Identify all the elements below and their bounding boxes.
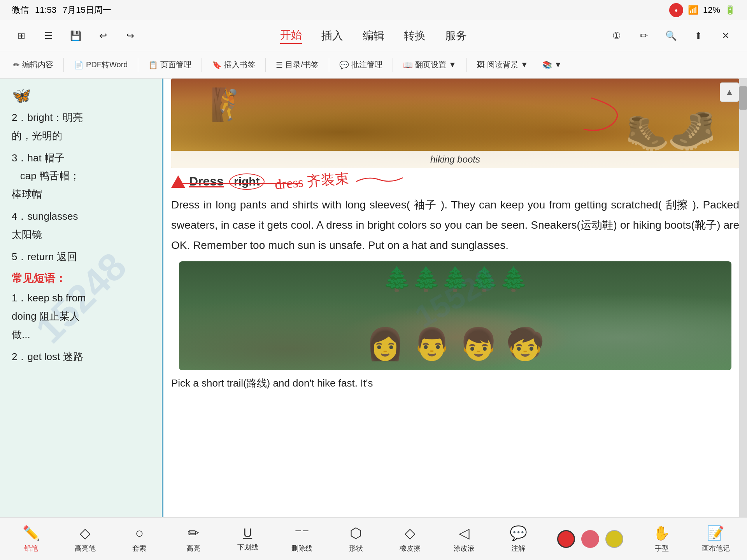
highlight-tool[interactable]: ✏ 高亮 bbox=[178, 525, 209, 553]
undo-button[interactable]: ↩ bbox=[93, 26, 113, 46]
comment-tool[interactable]: 💬 注解 bbox=[503, 525, 534, 553]
pen-button[interactable]: ✏ bbox=[634, 26, 654, 46]
canvas-note-label: 画布笔记 bbox=[702, 544, 730, 553]
eraser-label: 橡皮擦 bbox=[400, 544, 421, 553]
page-manage-label: 页面管理 bbox=[160, 60, 191, 70]
pencil-label: 铅笔 bbox=[24, 544, 38, 553]
highlighter-tool[interactable]: ◇ 高亮笔 bbox=[70, 525, 101, 553]
pdf-to-word-button[interactable]: 📄 PDF转Word bbox=[68, 56, 133, 73]
page-manage-button[interactable]: 📋 页面管理 bbox=[143, 56, 197, 73]
divider-2 bbox=[138, 58, 138, 72]
handwriting-annotation: dress 齐装束 bbox=[274, 169, 350, 194]
pencil-icon: ✏️ bbox=[23, 525, 40, 541]
status-right: ● 📶 12% 🔋 bbox=[669, 3, 735, 17]
battery-icon: 🔋 bbox=[725, 5, 735, 15]
wifi-icon: 📶 bbox=[688, 5, 698, 15]
vocab-item-5: 5．return 返回 bbox=[12, 248, 150, 266]
color-pink[interactable] bbox=[581, 530, 599, 548]
main-text-block: Dress in long pants and shirts with long… bbox=[171, 195, 739, 255]
toc-icon: ☰ bbox=[276, 60, 283, 70]
color-red[interactable] bbox=[557, 530, 575, 548]
more-icon: 📚 bbox=[542, 60, 552, 70]
tab-start[interactable]: 开始 bbox=[280, 28, 302, 44]
shape-icon: ⬡ bbox=[350, 525, 362, 541]
phrase-1-text: 1．keep sb fromdoing 阻止某人做... bbox=[12, 292, 86, 340]
highlight-icon: ✏ bbox=[188, 525, 199, 541]
main-text: Dress in long pants and shirts with long… bbox=[171, 199, 739, 251]
boots-label-text: hiking boots bbox=[430, 154, 480, 164]
page-flip-icon: 📖 bbox=[403, 60, 413, 70]
pencil-tool[interactable]: ✏️ 铅笔 bbox=[16, 525, 47, 553]
correction-tool[interactable]: ◁ 涂改液 bbox=[449, 525, 480, 553]
more-button[interactable]: 📚 ▼ bbox=[537, 57, 568, 73]
comment-label: 注解 bbox=[511, 544, 525, 553]
tab-service[interactable]: 服务 bbox=[445, 28, 467, 43]
menu-button[interactable]: ☰ bbox=[39, 26, 58, 46]
canvas-note-tool[interactable]: 📝 画布笔记 bbox=[700, 525, 731, 553]
vocab-item-4: 4．sunglasses太阳镜 bbox=[12, 207, 150, 244]
boot-icon-left: 🥾 bbox=[626, 112, 669, 152]
color-picker bbox=[557, 530, 623, 548]
tab-insert[interactable]: 插入 bbox=[321, 28, 343, 43]
bottom-text: Pick a short trail(路线) and don't hike fa… bbox=[171, 377, 373, 389]
lasso-label: 套索 bbox=[132, 544, 146, 553]
redo-button[interactable]: ↪ bbox=[121, 26, 140, 46]
divider-5 bbox=[329, 58, 329, 72]
main-content: 15248 🦋 2．bright：明亮的，光明的 3．hat 帽子 cap 鸭舌… bbox=[0, 79, 747, 517]
insert-bookmark-label: 插入书签 bbox=[224, 60, 255, 70]
lasso-tool[interactable]: ○ 套索 bbox=[124, 525, 155, 553]
hand-tool[interactable]: ✋ 手型 bbox=[646, 525, 677, 553]
annotation-area: Dress right dress 齐装束 bbox=[171, 172, 739, 191]
family-icons: 👩👨👦🧒 bbox=[366, 326, 545, 362]
read-bg-arrow: ▼ bbox=[521, 60, 528, 69]
toc-button[interactable]: ☰ 目录/书签 bbox=[270, 56, 324, 73]
bottom-text-block: Pick a short trail(路线) and don't hike fa… bbox=[171, 376, 739, 390]
insert-bookmark-button[interactable]: 🔖 插入书签 bbox=[207, 56, 261, 73]
save-button[interactable]: 💾 bbox=[66, 26, 86, 46]
tab-convert[interactable]: 转换 bbox=[404, 28, 426, 43]
tab-edit[interactable]: 编辑 bbox=[363, 28, 384, 43]
phrase-1: 1．keep sb fromdoing 阻止某人做... bbox=[12, 289, 150, 343]
read-bg-button[interactable]: 🖼 阅读背景 ▼ bbox=[472, 56, 534, 73]
tree-icons: 🌲🌲🌲🌲🌲 bbox=[179, 265, 731, 293]
red-stroke-svg bbox=[356, 174, 403, 189]
scrollbar[interactable] bbox=[739, 79, 747, 517]
vocab-item-3: 3．hat 帽子 cap 鸭舌帽；棒球帽 bbox=[12, 149, 150, 203]
vocab-4-text: 4．sunglasses太阳镜 bbox=[12, 210, 78, 240]
recording-indicator: ● bbox=[669, 3, 683, 17]
main-toolbar: ⊞ ☰ 💾 ↩ ↪ 开始 插入 编辑 转换 服务 ① ✏ 🔍 ⬆ ✕ bbox=[0, 20, 747, 51]
triangle-annotation bbox=[171, 175, 185, 188]
annotation-manage-label: 批注管理 bbox=[351, 60, 382, 70]
family-image: 👩👨👦🧒 🌲🌲🌲🌲🌲 bbox=[179, 261, 731, 370]
divider-6 bbox=[393, 58, 393, 72]
erase-line-tool[interactable]: ⁻⁻ 删除线 bbox=[286, 525, 317, 553]
page-number-button[interactable]: ① bbox=[607, 26, 626, 46]
search-button[interactable]: 🔍 bbox=[661, 26, 681, 46]
vocab-3-text: 3．hat 帽子 cap 鸭舌帽；棒球帽 bbox=[12, 152, 80, 200]
divider-1 bbox=[63, 58, 64, 72]
annotation-manage-icon: 💬 bbox=[339, 60, 349, 70]
person-icon: 🧗 bbox=[210, 86, 249, 123]
bottom-toolbar: ✏️ 铅笔 ◇ 高亮笔 ○ 套索 ✏ 高亮 U 下划线 ⁻⁻ 删除线 ⬡ 形状 … bbox=[0, 517, 747, 560]
status-bar: 微信 11:53 7月15日周一 ● 📶 12% 🔋 bbox=[0, 0, 747, 20]
hand-label: 手型 bbox=[655, 544, 669, 553]
color-yellow[interactable] bbox=[605, 530, 623, 548]
read-bg-label: 阅读背景 bbox=[487, 60, 518, 70]
edit-content-icon: ✏ bbox=[13, 60, 20, 70]
layout-button[interactable]: ⊞ bbox=[12, 26, 31, 46]
left-content: 🦋 2．bright：明亮的，光明的 3．hat 帽子 cap 鸭舌帽；棒球帽 … bbox=[12, 86, 150, 366]
close-button[interactable]: ✕ bbox=[716, 26, 735, 46]
share-button[interactable]: ⬆ bbox=[689, 26, 708, 46]
toolbar-left: ⊞ ☰ 💾 ↩ ↪ bbox=[12, 26, 140, 46]
page-flip-arrow: ▼ bbox=[449, 60, 456, 69]
underline-tool[interactable]: U 下划线 bbox=[232, 526, 263, 552]
tab-bar: 开始 插入 编辑 转换 服务 bbox=[280, 28, 467, 44]
annotation-manage-button[interactable]: 💬 批注管理 bbox=[334, 56, 388, 73]
family-image-bg: 👩👨👦🧒 🌲🌲🌲🌲🌲 bbox=[179, 261, 731, 370]
page-flip-button[interactable]: 📖 翻页设置 ▼ bbox=[398, 56, 462, 73]
scroll-up-button[interactable]: ▲ bbox=[720, 82, 739, 102]
shape-tool[interactable]: ⬡ 形状 bbox=[340, 525, 372, 553]
edit-content-button[interactable]: ✏ 编辑内容 bbox=[8, 56, 59, 73]
eraser-tool[interactable]: ◇ 橡皮擦 bbox=[395, 525, 426, 553]
scrollbar-thumb[interactable] bbox=[739, 86, 747, 110]
